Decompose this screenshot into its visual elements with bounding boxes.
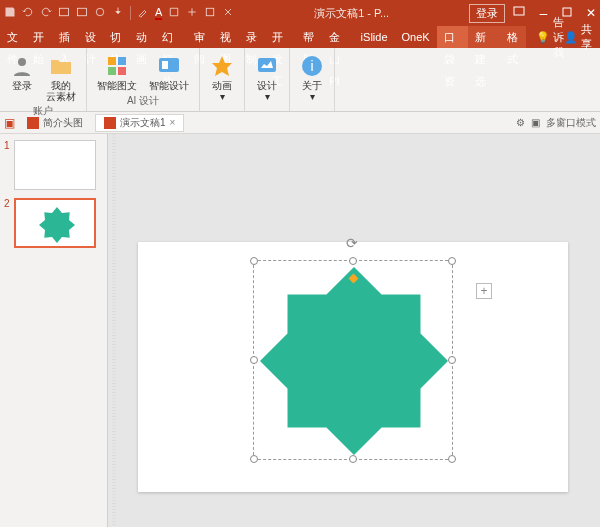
close-icon[interactable]: ✕ xyxy=(586,6,596,20)
save-icon[interactable] xyxy=(4,6,16,20)
tab-review[interactable]: 审阅 xyxy=(187,26,213,48)
tab-islide[interactable]: iSlide xyxy=(354,26,395,48)
thumbnail-2[interactable]: 2 xyxy=(4,198,103,248)
svg-rect-0 xyxy=(60,8,69,16)
resize-handle[interactable] xyxy=(250,356,258,364)
anim-icon xyxy=(210,54,234,78)
thumbnail-preview xyxy=(14,140,96,190)
gear-icon[interactable]: ⚙ xyxy=(516,117,525,128)
tab-animations[interactable]: 动画 xyxy=(129,26,155,48)
resize-handle[interactable] xyxy=(250,257,258,265)
qat-icon[interactable] xyxy=(222,6,234,20)
svg-rect-7 xyxy=(108,57,116,65)
qat-icon[interactable] xyxy=(204,6,216,20)
design-button[interactable]: 设计▾ xyxy=(251,52,283,104)
smart-pic-button[interactable]: 智能图文 xyxy=(93,52,141,93)
tab-format[interactable]: 格式 xyxy=(500,26,526,48)
tab-file[interactable]: 文件 xyxy=(0,26,26,48)
tab-home[interactable]: 开始 xyxy=(26,26,52,48)
doc-icon xyxy=(27,117,39,129)
qat-icon[interactable] xyxy=(58,6,70,20)
add-placeholder-icon[interactable]: + xyxy=(476,283,492,299)
slide-number: 1 xyxy=(4,140,12,190)
cloud-assets-button[interactable]: 我的 云素材 xyxy=(42,52,80,104)
tab-insert[interactable]: 插入 xyxy=(52,26,78,48)
svg-rect-10 xyxy=(118,67,126,75)
svg-rect-5 xyxy=(563,8,571,16)
tab-design[interactable]: 设计 xyxy=(78,26,104,48)
ruler xyxy=(112,134,116,527)
label: 登录 xyxy=(12,80,32,91)
doc-name: 演示文稿1 xyxy=(120,116,166,130)
label: 动画▾ xyxy=(212,80,232,102)
slide-canvas[interactable]: ⟳ xyxy=(108,134,600,527)
resize-handle[interactable] xyxy=(448,455,456,463)
qat-icon[interactable] xyxy=(168,6,180,20)
anim-button[interactable]: 动画▾ xyxy=(206,52,238,104)
resize-handle[interactable] xyxy=(448,356,456,364)
touch-icon[interactable] xyxy=(112,6,124,20)
ribbon-tabs: 文件 开始 插入 设计 切换 动画 幻灯片 审阅 视图 录制 开发工 帮助 金山… xyxy=(0,26,600,48)
tab-jinshan[interactable]: 金山PI xyxy=(322,26,353,48)
group-ai-design: 智能图文 智能设计 AI 设计 xyxy=(87,48,200,111)
svg-marker-13 xyxy=(212,56,232,76)
login-button[interactable]: 登录 xyxy=(469,4,505,23)
thumbnail-1[interactable]: 1 xyxy=(4,140,103,190)
tab-help[interactable]: 帮助 xyxy=(296,26,322,48)
resize-handle[interactable] xyxy=(349,257,357,265)
tell-me[interactable]: 💡 告诉我 xyxy=(536,15,564,60)
slide[interactable]: ⟳ xyxy=(138,242,568,492)
tab-koudai[interactable]: 口袋资 xyxy=(437,26,469,48)
login-button[interactable]: 登录 xyxy=(6,52,38,93)
svg-rect-9 xyxy=(108,67,116,75)
tell-me-label: 告诉我 xyxy=(553,15,564,60)
share-button[interactable]: 👤 共享 xyxy=(564,22,592,52)
tab-new[interactable]: 新建选 xyxy=(468,26,500,48)
tab-developer[interactable]: 开发工 xyxy=(265,26,297,48)
resize-handle[interactable] xyxy=(250,455,258,463)
svg-text:i: i xyxy=(310,58,313,74)
font-color-icon[interactable]: A xyxy=(155,6,162,20)
group-anim: 动画▾ xyxy=(200,48,245,111)
group-label xyxy=(206,108,238,109)
close-tab-icon[interactable]: × xyxy=(170,117,176,128)
tab-slideshow[interactable]: 幻灯片 xyxy=(155,26,187,48)
qat-icon[interactable] xyxy=(76,6,88,20)
tab-onekey[interactable]: OneK xyxy=(395,26,437,48)
smart-design-button[interactable]: 智能设计 xyxy=(145,52,193,93)
shape-selection[interactable]: ⟳ xyxy=(253,260,453,460)
tab-view[interactable]: 视图 xyxy=(213,26,239,48)
smart-design-icon xyxy=(157,54,181,78)
window-icon[interactable]: ▣ xyxy=(531,117,540,128)
quick-access-toolbar: A xyxy=(4,6,234,20)
group-account: 登录 我的 云素材 账户 xyxy=(0,48,87,111)
rotate-handle[interactable]: ⟳ xyxy=(346,235,358,251)
brush-icon[interactable] xyxy=(137,6,149,20)
smart-pic-icon xyxy=(105,54,129,78)
svg-point-6 xyxy=(18,58,26,66)
qat-icon[interactable] xyxy=(186,6,198,20)
redo-icon[interactable] xyxy=(40,6,52,20)
doc-icon xyxy=(104,117,116,129)
group-label xyxy=(296,108,328,109)
resize-handle[interactable] xyxy=(448,257,456,265)
undo-icon[interactable] xyxy=(22,6,34,20)
multi-window-label[interactable]: 多窗口模式 xyxy=(546,116,596,130)
group-label: AI 设计 xyxy=(93,94,193,109)
about-button[interactable]: i 关于▾ xyxy=(296,52,328,104)
document-tab-bar: ▣ 简介头图 演示文稿1 × ⚙ ▣ 多窗口模式 xyxy=(0,112,600,134)
resize-handle[interactable] xyxy=(349,455,357,463)
qat-icon[interactable] xyxy=(94,6,106,20)
tab-transitions[interactable]: 切换 xyxy=(103,26,129,48)
ribbon-options-icon[interactable] xyxy=(513,6,525,20)
document-tab-active[interactable]: 演示文稿1 × xyxy=(95,114,184,132)
label: 智能图文 xyxy=(97,80,137,91)
tab-record[interactable]: 录制 xyxy=(239,26,265,48)
document-tab[interactable]: 简介头图 xyxy=(19,114,91,132)
folder-icon xyxy=(49,54,73,78)
label: 我的 云素材 xyxy=(46,80,76,102)
ppt-icon: ▣ xyxy=(4,116,15,130)
label: 智能设计 xyxy=(149,80,189,91)
user-icon xyxy=(10,54,34,78)
workspace: 1 2 ⟳ xyxy=(0,134,600,527)
